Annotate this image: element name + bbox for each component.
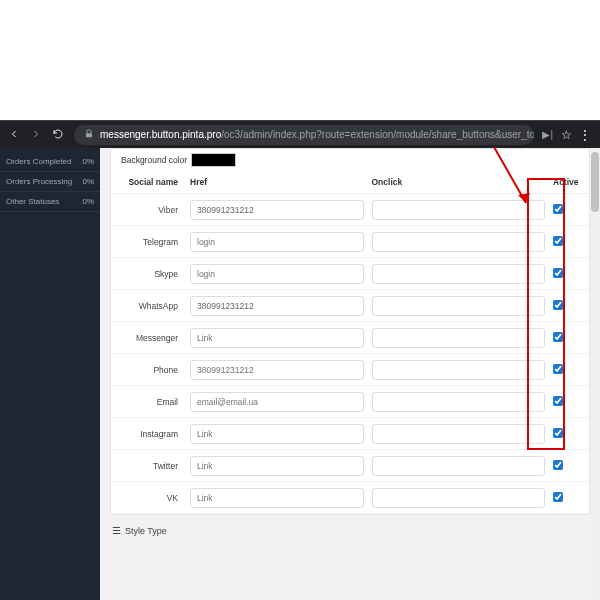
active-checkbox[interactable] [553, 428, 563, 438]
row-name: Instagram [111, 418, 186, 450]
row-name: Messenger [111, 322, 186, 354]
onclick-input[interactable] [372, 488, 546, 508]
onclick-input[interactable] [372, 392, 546, 412]
forward-icon[interactable] [30, 128, 42, 142]
back-icon[interactable] [8, 128, 20, 142]
row-name: Twitter [111, 450, 186, 482]
table-row: Twitter [111, 450, 589, 482]
active-checkbox[interactable] [553, 492, 563, 502]
url-host: messenger.button.pinta.pro [100, 129, 221, 140]
href-input[interactable] [190, 296, 364, 316]
href-input[interactable] [190, 488, 364, 508]
sidebar-item-label: Orders Completed [6, 157, 71, 166]
style-type-section[interactable]: ☰ Style Type [110, 521, 590, 540]
table-row: Email [111, 386, 589, 418]
row-name: WhatsApp [111, 290, 186, 322]
menu-kebab-icon[interactable]: ⋮ [578, 127, 592, 143]
sidebar-item-pct: 0% [82, 197, 94, 206]
row-name: Phone [111, 354, 186, 386]
sidebar-item[interactable]: Orders Completed 0% [0, 152, 100, 172]
href-input[interactable] [190, 264, 364, 284]
onclick-input[interactable] [372, 424, 546, 444]
settings-panel: Background color Social name Href Onclic… [110, 148, 590, 515]
active-checkbox[interactable] [553, 236, 563, 246]
sidebar-item[interactable]: Orders Processing 0% [0, 172, 100, 192]
href-input[interactable] [190, 328, 364, 348]
table-row: Instagram [111, 418, 589, 450]
row-name: Email [111, 386, 186, 418]
reload-icon[interactable] [52, 128, 64, 142]
social-table: Social name Href Onclick Active ViberTel… [111, 171, 589, 514]
active-checkbox[interactable] [553, 364, 563, 374]
bg-color-label: Background color [121, 155, 191, 165]
list-icon: ☰ [112, 525, 121, 536]
href-input[interactable] [190, 424, 364, 444]
sidebar-item-label: Orders Processing [6, 177, 72, 186]
href-input[interactable] [190, 456, 364, 476]
href-input[interactable] [190, 232, 364, 252]
table-row: WhatsApp [111, 290, 589, 322]
reader-icon[interactable]: ▶| [542, 129, 553, 140]
bookmark-star-icon[interactable]: ☆ [561, 128, 572, 142]
table-row: Messenger [111, 322, 589, 354]
bg-color-swatch[interactable] [191, 153, 236, 167]
table-row: VK [111, 482, 589, 514]
sidebar-item-label: Other Statuses [6, 197, 59, 206]
href-input[interactable] [190, 360, 364, 380]
scrollbar-thumb[interactable] [591, 152, 599, 212]
onclick-input[interactable] [372, 456, 546, 476]
col-href: Href [186, 171, 368, 194]
row-name: Skype [111, 258, 186, 290]
onclick-input[interactable] [372, 264, 546, 284]
table-row: Viber [111, 194, 589, 226]
table-row: Telegram [111, 226, 589, 258]
row-name: Viber [111, 194, 186, 226]
row-name: Telegram [111, 226, 186, 258]
sidebar-item-pct: 0% [82, 157, 94, 166]
href-input[interactable] [190, 200, 364, 220]
active-checkbox[interactable] [553, 396, 563, 406]
active-checkbox[interactable] [553, 268, 563, 278]
sidebar-item-pct: 0% [82, 177, 94, 186]
main-content: Background color Social name Href Onclic… [100, 148, 600, 600]
onclick-input[interactable] [372, 296, 546, 316]
active-checkbox[interactable] [553, 300, 563, 310]
onclick-input[interactable] [372, 232, 546, 252]
url-path: /oc3/admin/index.php?route=extension/mod… [221, 129, 534, 140]
table-row: Phone [111, 354, 589, 386]
url-bar[interactable]: messenger.button.pinta.pro/oc3/admin/ind… [74, 125, 534, 145]
col-active: Active [549, 171, 589, 194]
active-checkbox[interactable] [553, 332, 563, 342]
href-input[interactable] [190, 392, 364, 412]
onclick-input[interactable] [372, 328, 546, 348]
scrollbar[interactable] [590, 148, 600, 600]
active-checkbox[interactable] [553, 460, 563, 470]
onclick-input[interactable] [372, 200, 546, 220]
col-social-name: Social name [111, 171, 186, 194]
sidebar-item[interactable]: Other Statuses 0% [0, 192, 100, 212]
browser-chrome: messenger.button.pinta.pro/oc3/admin/ind… [0, 120, 600, 148]
style-type-label: Style Type [125, 526, 167, 536]
active-checkbox[interactable] [553, 204, 563, 214]
sidebar: Orders Completed 0% Orders Processing 0%… [0, 148, 100, 600]
onclick-input[interactable] [372, 360, 546, 380]
row-name: VK [111, 482, 186, 514]
top-blank [0, 0, 600, 120]
col-onclick: Onclick [368, 171, 550, 194]
table-row: Skype [111, 258, 589, 290]
lock-icon [84, 129, 94, 141]
